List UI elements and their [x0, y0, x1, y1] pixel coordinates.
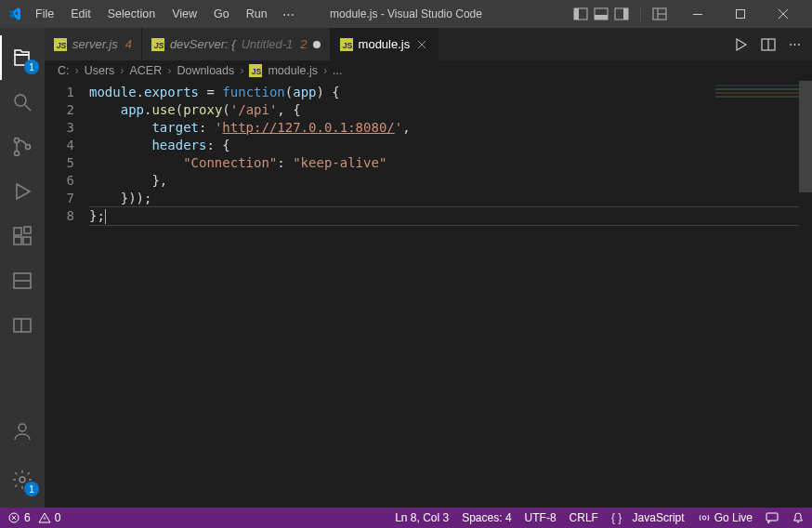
chevron-right-icon: › — [323, 64, 327, 77]
svg-point-15 — [15, 139, 20, 143]
settings-gear-icon[interactable]: 1 — [0, 457, 45, 502]
svg-point-26 — [19, 424, 26, 431]
menu-go[interactable]: Go — [206, 4, 237, 24]
toggle-secondary-sidebar-icon[interactable] — [614, 7, 629, 21]
split-panel-icon[interactable] — [0, 258, 45, 303]
breadcrumb-segment[interactable]: Users — [85, 64, 115, 77]
status-cursor-position[interactable]: Ln 8, Col 3 — [395, 511, 449, 524]
svg-rect-45 — [766, 513, 778, 521]
minimap[interactable] — [715, 85, 799, 122]
status-errors[interactable]: 6 — [7, 511, 31, 524]
layout-controls — [573, 7, 667, 21]
chevron-right-icon: › — [75, 64, 79, 77]
breadcrumbs[interactable]: C:›Users›ACER›Downloads›JSmodule.js›... — [45, 60, 812, 81]
svg-rect-20 — [23, 237, 31, 244]
settings-badge: 1 — [24, 482, 39, 496]
minimize-button[interactable] — [676, 0, 719, 28]
svg-rect-3 — [595, 15, 608, 20]
js-file-icon: JS — [54, 38, 67, 51]
dirty-indicator-icon — [313, 41, 321, 48]
status-bell-icon[interactable] — [792, 511, 805, 524]
vscode-logo-icon — [7, 7, 22, 21]
close-tab-icon[interactable] — [415, 38, 428, 51]
activity-bar: 1 1 — [0, 28, 45, 508]
status-encoding[interactable]: UTF-8 — [525, 511, 557, 524]
search-icon[interactable] — [0, 80, 45, 125]
menu-bar: FileEditSelectionViewGoRun — [28, 4, 275, 24]
tab-problem-count: 4 — [125, 37, 132, 51]
breadcrumb-segment[interactable]: Downloads — [177, 64, 234, 77]
menu-run[interactable]: Run — [239, 4, 275, 24]
svg-point-44 — [702, 516, 706, 520]
svg-rect-18 — [14, 228, 21, 235]
svg-rect-19 — [14, 237, 21, 244]
status-go-live[interactable]: Go Live — [698, 511, 753, 524]
window-icon[interactable] — [0, 303, 45, 348]
code-content[interactable]: module.exports = function(app) { app.use… — [89, 81, 812, 508]
svg-rect-9 — [693, 14, 702, 15]
run-file-icon[interactable] — [733, 37, 748, 52]
source-control-icon[interactable] — [0, 125, 45, 169]
editor-tabs: JSserver.js4JSdevServer: {Untitled-12JSm… — [45, 28, 812, 60]
svg-rect-10 — [737, 10, 745, 19]
svg-point-17 — [26, 145, 31, 150]
tab-problem-count: 2 — [300, 37, 307, 51]
breadcrumb-segment[interactable]: C: — [58, 64, 70, 77]
status-feedback-icon[interactable] — [766, 511, 779, 524]
status-eol[interactable]: CRLF — [570, 511, 598, 524]
chevron-right-icon: › — [167, 64, 171, 77]
tab-module-js[interactable]: JSmodule.js — [331, 28, 439, 60]
vertical-scrollbar[interactable] — [799, 81, 812, 508]
breadcrumb-segment[interactable]: ACER — [130, 64, 163, 77]
tab-label: server.js — [72, 37, 118, 51]
svg-rect-5 — [623, 8, 628, 20]
extensions-icon[interactable] — [0, 214, 45, 258]
menu-overflow-icon[interactable]: ⋯ — [275, 4, 302, 25]
close-button[interactable] — [762, 0, 805, 28]
chevron-right-icon: › — [240, 64, 243, 77]
editor-area: JSserver.js4JSdevServer: {Untitled-12JSm… — [45, 28, 812, 508]
customize-layout-icon[interactable] — [652, 7, 667, 21]
js-file-icon: JS — [249, 64, 262, 77]
line-gutter: 12345678 — [45, 81, 89, 508]
tab-devserver-[interactable]: JSdevServer: {Untitled-12 — [142, 28, 331, 60]
svg-text:JS: JS — [154, 41, 164, 50]
tab-label: module.js — [359, 37, 411, 51]
toggle-primary-sidebar-icon[interactable] — [573, 7, 588, 21]
svg-point-16 — [15, 152, 20, 156]
js-file-icon: JS — [340, 38, 353, 51]
explorer-badge: 1 — [24, 59, 39, 74]
titlebar: FileEditSelectionViewGoRun ⋯ module.js -… — [0, 0, 812, 28]
accounts-icon[interactable] — [0, 409, 45, 454]
maximize-button[interactable] — [719, 0, 762, 28]
run-debug-icon[interactable] — [0, 169, 45, 214]
menu-selection[interactable]: Selection — [100, 4, 163, 24]
window-title: module.js - Visual Studio Code — [330, 7, 482, 20]
more-actions-icon[interactable]: ⋯ — [789, 37, 801, 51]
svg-point-13 — [15, 95, 26, 106]
menu-file[interactable]: File — [28, 4, 61, 24]
chevron-right-icon: › — [120, 64, 124, 77]
tab-label: devServer: { — [170, 37, 236, 51]
svg-rect-21 — [24, 227, 31, 233]
svg-rect-1 — [574, 8, 579, 20]
tab-server-js[interactable]: JSserver.js4 — [45, 28, 142, 60]
svg-text:JS: JS — [57, 41, 67, 50]
split-editor-icon[interactable] — [761, 37, 776, 52]
breadcrumb-symbol[interactable]: ... — [333, 64, 342, 77]
svg-text:JS: JS — [252, 67, 262, 76]
toggle-panel-icon[interactable] — [594, 7, 609, 21]
status-warnings[interactable]: 0 — [38, 511, 61, 524]
code-editor[interactable]: 12345678 module.exports = function(app) … — [45, 81, 812, 508]
editor-actions: ⋯ — [722, 28, 812, 60]
menu-view[interactable]: View — [164, 4, 204, 24]
status-indentation[interactable]: Spaces: 4 — [462, 511, 511, 524]
explorer-icon[interactable]: 1 — [0, 35, 45, 80]
tab-suffix: Untitled-1 — [242, 37, 294, 51]
breadcrumb-file[interactable]: module.js — [268, 64, 318, 77]
menu-edit[interactable]: Edit — [63, 4, 98, 24]
svg-rect-24 — [14, 319, 31, 332]
status-bar: 6 0 Ln 8, Col 3 Spaces: 4 UTF-8 CRLF { }… — [0, 508, 812, 528]
svg-line-14 — [25, 105, 31, 111]
status-language[interactable]: { } JavaScript — [611, 511, 685, 524]
